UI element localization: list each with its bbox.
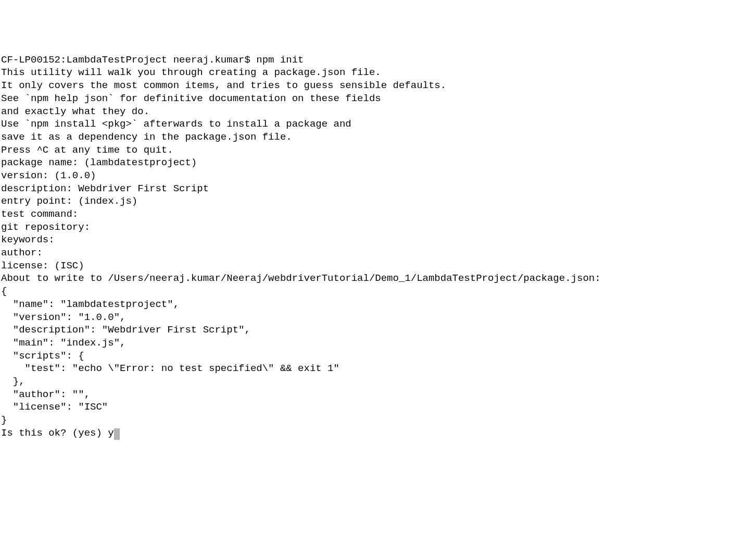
output-line: It only covers the most common items, an… bbox=[1, 79, 755, 92]
json-line: } bbox=[1, 414, 755, 427]
json-line: "version": "1.0.0", bbox=[1, 311, 755, 324]
json-line: "name": "lambdatestproject", bbox=[1, 298, 755, 311]
json-line: "test": "echo \"Error: no test specified… bbox=[1, 362, 755, 375]
prompt-is-ok[interactable]: Is this ok? (yes) y bbox=[1, 427, 755, 440]
prompt-license: license: (ISC) bbox=[1, 260, 755, 273]
prompt-version: version: (1.0.0) bbox=[1, 169, 755, 182]
json-line: "license": "ISC" bbox=[1, 401, 755, 414]
output-line: save it as a dependency in the package.j… bbox=[1, 131, 755, 144]
prompt-keywords: keywords: bbox=[1, 233, 755, 246]
prompt-description: description: Webdriver First Script bbox=[1, 182, 755, 195]
output-line: and exactly what they do. bbox=[1, 105, 755, 118]
output-line: Press ^C at any time to quit. bbox=[1, 144, 755, 157]
output-line: About to write to /Users/neeraj.kumar/Ne… bbox=[1, 272, 755, 285]
prompt-entry-point: entry point: (index.js) bbox=[1, 195, 755, 208]
terminal-output[interactable]: CF-LP00152:LambdaTestProject neeraj.kuma… bbox=[1, 54, 755, 440]
output-line: Use `npm install <pkg>` afterwards to in… bbox=[1, 118, 755, 131]
prompt-line: CF-LP00152:LambdaTestProject neeraj.kuma… bbox=[1, 54, 755, 67]
json-line: "description": "Webdriver First Script", bbox=[1, 324, 755, 337]
prompt-author: author: bbox=[1, 246, 755, 260]
output-line: This utility will walk you through creat… bbox=[1, 66, 755, 79]
prompt-test-command: test command: bbox=[1, 208, 755, 221]
json-line: "main": "index.js", bbox=[1, 337, 755, 350]
cursor-icon bbox=[114, 428, 120, 440]
json-line: { bbox=[1, 285, 755, 298]
json-line: "author": "", bbox=[1, 388, 755, 401]
prompt-package-name: package name: (lambdatestproject) bbox=[1, 156, 755, 169]
prompt-git-repository: git repository: bbox=[1, 221, 755, 234]
json-line: }, bbox=[1, 375, 755, 388]
prompt-text: Is this ok? (yes) y bbox=[1, 427, 114, 439]
json-line: "scripts": { bbox=[1, 350, 755, 363]
output-line: See `npm help json` for definitive docum… bbox=[1, 92, 755, 105]
